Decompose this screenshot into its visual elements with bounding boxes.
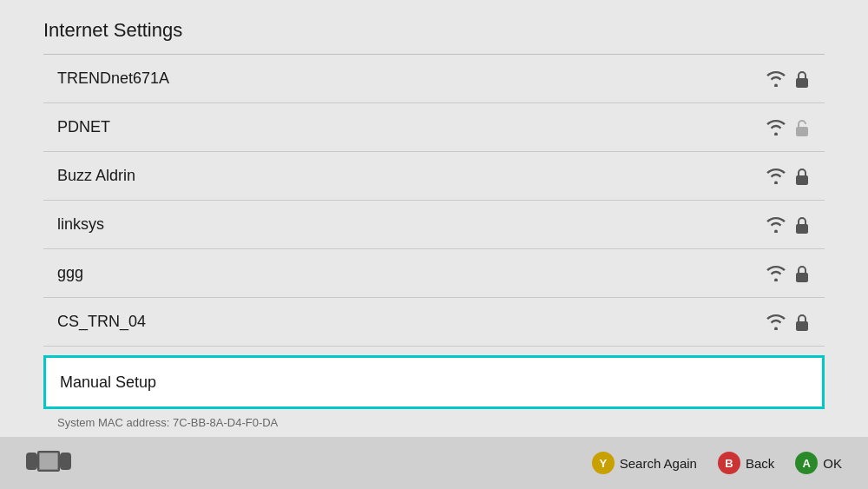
- svg-rect-7: [26, 453, 37, 470]
- svg-rect-2: [796, 175, 808, 185]
- network-icons: [766, 118, 811, 137]
- network-icons: [766, 215, 811, 235]
- network-list: TRENDnet671A PDNET: [43, 55, 825, 347]
- wifi-icon: [766, 314, 786, 331]
- mac-address-label: System MAC address: 7C-BB-8A-D4-F0-DA: [0, 409, 868, 429]
- network-item[interactable]: ggg: [43, 249, 825, 298]
- wifi-icon: [766, 216, 786, 234]
- wifi-icon: [766, 265, 786, 282]
- search-again-label: Search Again: [620, 456, 697, 471]
- manual-setup-label: Manual Setup: [60, 373, 156, 392]
- wifi-icon: [766, 168, 786, 185]
- b-button: B: [718, 452, 740, 474]
- back-control[interactable]: B Back: [718, 452, 774, 474]
- svg-rect-0: [796, 78, 808, 88]
- lock-open-icon: [793, 118, 811, 137]
- bottom-controls: Y Search Again B Back A OK: [592, 452, 842, 474]
- search-again-control[interactable]: Y Search Again: [592, 452, 697, 474]
- wifi-icon: [766, 70, 786, 88]
- lock-icon: [793, 69, 811, 89]
- network-item[interactable]: linksys: [43, 201, 825, 249]
- network-name: CS_TRN_04: [57, 313, 146, 331]
- svg-rect-3: [796, 224, 808, 234]
- lock-icon: [793, 264, 811, 283]
- network-item[interactable]: CS_TRN_04: [43, 298, 825, 347]
- ok-control[interactable]: A OK: [795, 452, 842, 474]
- page-title: Internet Settings: [0, 0, 868, 54]
- svg-rect-4: [796, 273, 808, 282]
- network-name: TRENDnet671A: [57, 69, 169, 88]
- network-icons: [766, 264, 811, 283]
- network-item[interactable]: Buzz Aldrin: [43, 152, 825, 201]
- y-button: Y: [592, 452, 615, 474]
- network-icons: [766, 313, 811, 332]
- network-name: linksys: [57, 215, 104, 234]
- network-name: ggg: [57, 264, 83, 282]
- lock-icon: [793, 167, 811, 186]
- lock-icon: [793, 215, 811, 235]
- svg-rect-10: [40, 453, 57, 469]
- back-label: Back: [746, 456, 774, 471]
- console-icon: [26, 447, 71, 479]
- network-icons: [766, 167, 811, 186]
- manual-setup-row[interactable]: Manual Setup: [43, 355, 825, 409]
- svg-rect-1: [796, 127, 808, 136]
- wifi-icon: [766, 119, 786, 136]
- svg-rect-8: [60, 453, 71, 470]
- network-icons: [766, 69, 811, 89]
- a-button: A: [795, 452, 818, 474]
- network-name: PDNET: [57, 118, 110, 136]
- lock-icon: [793, 313, 811, 332]
- ok-label: OK: [823, 456, 842, 471]
- network-item[interactable]: PDNET: [43, 103, 825, 152]
- svg-rect-5: [796, 321, 808, 331]
- network-item[interactable]: TRENDnet671A: [43, 55, 825, 103]
- bottom-bar: Y Search Again B Back A OK: [0, 437, 868, 489]
- network-name: Buzz Aldrin: [57, 167, 135, 185]
